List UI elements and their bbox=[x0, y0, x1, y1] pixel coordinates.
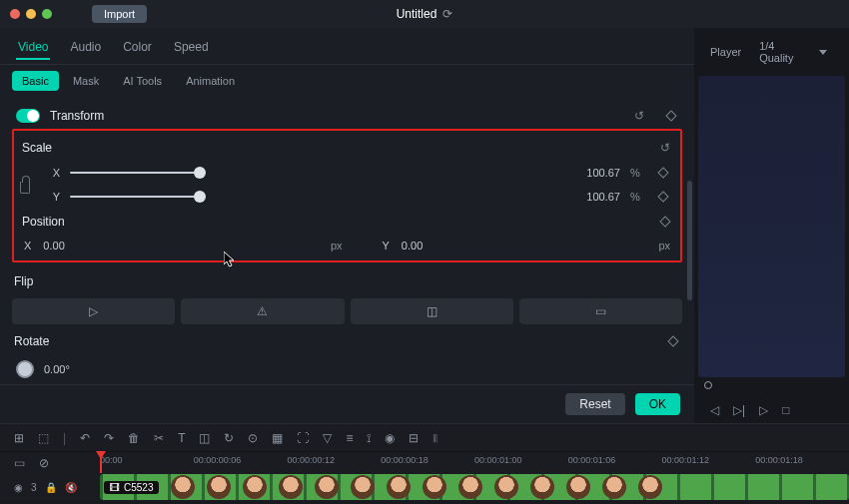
rotate-dial[interactable] bbox=[16, 360, 34, 378]
split-icon[interactable]: ⊟ bbox=[409, 431, 419, 445]
scale-x-unit: % bbox=[630, 167, 646, 179]
timeline-ruler[interactable]: ▭ ⊘ 00:00 00:00:00:06 00:00:00:12 00:00:… bbox=[0, 451, 849, 473]
flip-horizontal-button[interactable]: ▷ bbox=[12, 298, 175, 324]
pos-y-value[interactable]: 0.00 bbox=[402, 240, 423, 252]
link-lock-icon[interactable] bbox=[20, 182, 30, 194]
text-tool-icon[interactable]: T bbox=[178, 431, 185, 445]
scale-x-label: X bbox=[38, 167, 60, 179]
prev-frame-button[interactable]: ◁ bbox=[710, 403, 719, 417]
scale-y-slider[interactable] bbox=[70, 196, 200, 198]
video-clip[interactable]: 🎞 C5523 bbox=[100, 474, 849, 500]
close-icon[interactable] bbox=[10, 9, 20, 19]
link-icon[interactable]: ⊘ bbox=[39, 456, 49, 470]
scale-header: Scale ↺ bbox=[20, 135, 674, 161]
reset-button[interactable]: Reset bbox=[565, 393, 624, 415]
timeline-toolbar: ⊞ ⬚ | ↶ ↷ 🗑 ✂ T ◫ ↻ ⊙ ▦ ⛶ ▽ ≡ ⟟ ◉ ⊟ ⫴ bbox=[0, 423, 849, 451]
subtab-basic[interactable]: Basic bbox=[12, 71, 59, 91]
flip-header: Flip bbox=[12, 268, 682, 294]
scale-y-row: Y 100.67 % bbox=[34, 185, 674, 209]
select-tool-icon[interactable]: ⬚ bbox=[38, 431, 49, 445]
lock-icon[interactable]: 🔒 bbox=[45, 482, 57, 493]
undo-icon[interactable]: ↶ bbox=[80, 431, 90, 445]
video-track: ◉ 3 🔒 🔇 🎞 C5523 bbox=[0, 473, 849, 501]
window-controls bbox=[10, 9, 52, 19]
maximize-icon[interactable] bbox=[42, 9, 52, 19]
tab-audio[interactable]: Audio bbox=[68, 36, 103, 60]
video-preview[interactable] bbox=[698, 76, 845, 377]
keyframe-icon[interactable] bbox=[656, 190, 670, 204]
crop-icon[interactable]: ◫ bbox=[199, 431, 210, 445]
color-icon[interactable]: ▦ bbox=[272, 431, 283, 445]
tick-label: 00:00:00:06 bbox=[194, 455, 288, 465]
cloud-sync-icon[interactable]: ⟳ bbox=[442, 7, 452, 21]
marker-tool-icon[interactable]: ▽ bbox=[323, 431, 332, 445]
mute-icon[interactable]: 🔇 bbox=[65, 482, 77, 493]
scale-x-row: X 100.67 % bbox=[34, 161, 674, 185]
track-header[interactable]: ◉ 3 🔒 🔇 bbox=[0, 482, 100, 493]
redo-icon[interactable]: ↷ bbox=[104, 431, 114, 445]
tab-video[interactable]: Video bbox=[16, 36, 50, 60]
cut-icon[interactable]: ✂ bbox=[154, 431, 164, 445]
ok-button[interactable]: OK bbox=[635, 393, 680, 415]
delete-icon[interactable]: 🗑 bbox=[128, 431, 140, 445]
tab-speed[interactable]: Speed bbox=[172, 36, 211, 60]
subtab-ai[interactable]: AI Tools bbox=[113, 71, 172, 91]
flip-both-button[interactable]: ◫ bbox=[351, 298, 513, 324]
clip-thumbnail bbox=[351, 475, 375, 499]
tick-label: 00:00 bbox=[100, 455, 194, 465]
document-title: Untitled ⟳ bbox=[397, 7, 453, 21]
scale-y-unit: % bbox=[630, 191, 646, 203]
subtab-mask[interactable]: Mask bbox=[63, 71, 109, 91]
tab-color[interactable]: Color bbox=[121, 36, 154, 60]
inspector-pane: Video Audio Color Speed Basic Mask AI To… bbox=[0, 28, 694, 423]
quality-selector[interactable]: 1/4 Quality bbox=[759, 40, 827, 64]
scale-x-slider[interactable] bbox=[70, 172, 200, 174]
pos-x-label: X bbox=[24, 240, 31, 252]
stop-button[interactable]: □ bbox=[782, 403, 789, 417]
position-row: X 0.00 px Y 0.00 px bbox=[20, 235, 674, 256]
pos-x-value[interactable]: 0.00 bbox=[43, 240, 64, 252]
marker-icon[interactable] bbox=[704, 381, 712, 389]
film-icon: 🎞 bbox=[110, 482, 120, 493]
clip-thumbnail bbox=[387, 475, 411, 499]
equalizer-icon[interactable]: ⫴ bbox=[432, 431, 437, 445]
keyframe-icon[interactable] bbox=[656, 166, 670, 180]
rotate-value[interactable]: 0.00° bbox=[44, 363, 70, 375]
keyframe-icon[interactable] bbox=[664, 109, 678, 123]
visibility-icon[interactable]: ◉ bbox=[14, 482, 23, 493]
speed-icon[interactable]: ⊙ bbox=[248, 431, 258, 445]
minimize-icon[interactable] bbox=[26, 9, 36, 19]
reset-icon[interactable]: ↺ bbox=[658, 141, 672, 155]
scale-y-value[interactable]: 100.67 bbox=[570, 191, 620, 203]
flip-vertical-button[interactable]: ⚠ bbox=[181, 298, 344, 324]
expand-icon[interactable]: ⛶ bbox=[297, 431, 309, 445]
grid-icon[interactable]: ⊞ bbox=[14, 431, 24, 445]
rotate-tool-icon[interactable]: ↻ bbox=[224, 431, 234, 445]
flip-none-button[interactable]: ▭ bbox=[519, 298, 682, 324]
inspector-panel: Transform ↺ Scale ↺ bbox=[0, 97, 694, 384]
import-button[interactable]: Import bbox=[92, 5, 147, 23]
clip-thumbnail bbox=[458, 475, 482, 499]
tick-label: 00:00:01:18 bbox=[755, 455, 849, 465]
transform-header: Transform ↺ bbox=[12, 103, 682, 129]
pos-y-label: Y bbox=[383, 240, 390, 252]
transform-toggle[interactable] bbox=[16, 109, 40, 123]
audio-icon[interactable]: ⟟ bbox=[367, 431, 371, 445]
scale-x-value[interactable]: 100.67 bbox=[570, 167, 620, 179]
subtab-animation[interactable]: Animation bbox=[176, 71, 245, 91]
scrollbar[interactable] bbox=[687, 181, 692, 300]
keyframe-icon[interactable] bbox=[666, 334, 680, 348]
main-tabs: Video Audio Color Speed bbox=[0, 28, 694, 65]
clip-thumbnail bbox=[530, 475, 554, 499]
track-view-icon[interactable]: ▭ bbox=[14, 456, 25, 470]
adjust-icon[interactable]: ≡ bbox=[346, 431, 353, 445]
clip-thumbnail bbox=[423, 475, 446, 499]
play-button[interactable]: ▷ bbox=[759, 403, 768, 417]
reset-icon[interactable]: ↺ bbox=[632, 109, 646, 123]
keyframe-icon[interactable] bbox=[658, 215, 672, 229]
effects-icon[interactable]: ◉ bbox=[385, 431, 395, 445]
clip-thumbnail bbox=[566, 475, 590, 499]
step-back-button[interactable]: ▷| bbox=[733, 403, 745, 417]
tick-label: 00:00:00:12 bbox=[288, 455, 382, 465]
clip-thumbnail bbox=[602, 475, 626, 499]
